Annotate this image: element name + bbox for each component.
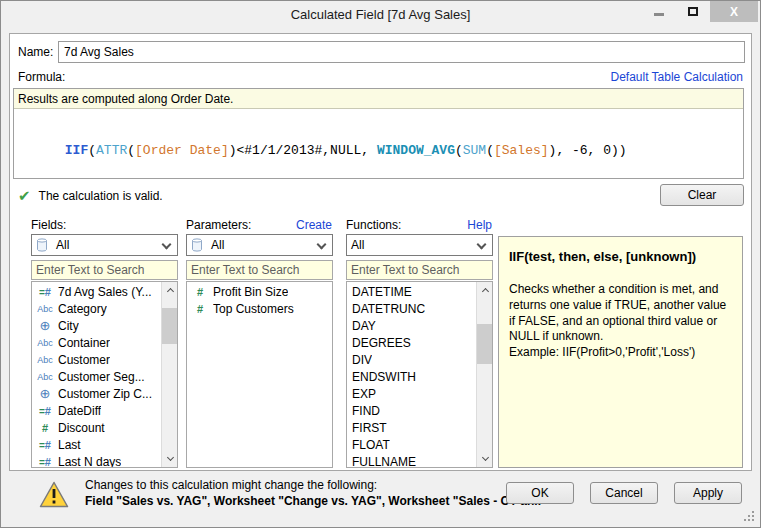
lists-area: Fields: All Enter Text to Search <box>10 216 751 468</box>
warning-text: Changes to this calculation might change… <box>85 478 490 508</box>
formula-text[interactable]: IIF(ATTR([Order Date])<#1/1/2013#,NULL, … <box>14 109 743 162</box>
field-list-item[interactable]: Customer Zip C... <box>32 385 160 402</box>
function-label: DEGREES <box>352 336 411 350</box>
close-icon: X <box>730 5 738 19</box>
field-list-item[interactable]: 7d Avg Sales (Y... <box>32 283 160 300</box>
maximize-button[interactable] <box>676 1 710 22</box>
formula-token: )<#1/1/2013#,NULL, <box>229 143 377 158</box>
function-label: DIV <box>352 353 372 367</box>
formula-token: [Sales] <box>494 143 549 158</box>
fields-label: Fields: <box>31 218 66 232</box>
database-icon <box>191 238 203 252</box>
minimize-button[interactable] <box>642 1 676 22</box>
field-label: 7d Avg Sales (Y... <box>58 285 152 299</box>
function-list-item[interactable]: ENDSWITH <box>347 368 475 385</box>
ok-button[interactable]: OK <box>506 482 574 504</box>
function-list-item[interactable]: DIV <box>347 351 475 368</box>
functions-scrollbar[interactable] <box>476 282 492 467</box>
chevron-down-icon <box>477 240 487 250</box>
field-label: Last <box>58 438 81 452</box>
fields-filter-dropdown[interactable]: All <box>31 234 178 256</box>
field-type-icon <box>32 286 58 298</box>
fields-list: 7d Avg Sales (Y... Category City <box>31 281 178 468</box>
function-list-item[interactable]: EXP <box>347 385 475 402</box>
parameters-label: Parameters: <box>186 218 251 232</box>
field-type-icon <box>32 337 58 348</box>
field-list-item[interactable]: Discount <box>32 419 160 436</box>
field-list-item[interactable]: DateDiff <box>32 402 160 419</box>
functions-filter-dropdown[interactable]: All <box>346 234 493 256</box>
field-list-item[interactable]: Last <box>32 436 160 453</box>
field-list-item[interactable]: City <box>32 317 160 334</box>
warning-line-2: Field "Sales vs. YAG", Worksheet "Change… <box>85 494 490 508</box>
field-list-item[interactable]: Last N days <box>32 453 160 468</box>
formula-token: ATTR <box>96 143 127 158</box>
create-parameter-link[interactable]: Create <box>296 218 332 232</box>
function-list-item[interactable]: DEGREES <box>347 334 475 351</box>
field-list-item[interactable]: Category <box>32 300 160 317</box>
functions-filter-value: All <box>351 238 364 252</box>
function-list-item[interactable]: FIRST <box>347 419 475 436</box>
functions-column: Functions: Help All Enter Text to Search <box>346 216 493 468</box>
parameters-header: Parameters: Create <box>186 216 333 234</box>
help-link[interactable]: Help <box>467 218 492 232</box>
function-label: FLOAT <box>352 438 390 452</box>
apply-button[interactable]: Apply <box>674 482 742 504</box>
parameters-filter-dropdown[interactable]: All <box>186 234 333 256</box>
scroll-up-icon[interactable] <box>477 282 493 298</box>
formula-row: Formula: Default Table Calculation <box>18 70 743 86</box>
function-list-item[interactable]: FIND <box>347 402 475 419</box>
formula-editor[interactable]: Results are computed along Order Date. I… <box>13 88 744 179</box>
scroll-down-icon[interactable] <box>162 451 178 467</box>
field-label: DateDiff <box>58 404 101 418</box>
field-list-item[interactable]: Customer <box>32 351 160 368</box>
parameter-type-icon <box>187 303 213 315</box>
scrollbar-thumb[interactable] <box>162 308 178 344</box>
database-icon <box>36 238 48 252</box>
fields-search-input[interactable]: Enter Text to Search <box>31 260 178 280</box>
default-table-calculation-link[interactable]: Default Table Calculation <box>610 70 743 84</box>
field-type-icon <box>32 422 58 434</box>
cancel-button[interactable]: Cancel <box>590 482 658 504</box>
parameters-filter-value: All <box>211 238 224 252</box>
parameter-list-item[interactable]: Top Customers <box>187 300 332 317</box>
parameter-label: Profit Bin Size <box>213 285 288 299</box>
function-list-item[interactable]: FLOAT <box>347 436 475 453</box>
scrollbar-thumb[interactable] <box>477 324 493 364</box>
field-type-icon <box>32 303 58 314</box>
parameter-list-item[interactable]: Profit Bin Size <box>187 283 332 300</box>
function-list-item[interactable]: FULLNAME <box>347 453 475 468</box>
field-list-item[interactable]: Container <box>32 334 160 351</box>
parameter-type-icon <box>187 286 213 298</box>
function-label: ENDSWITH <box>352 370 416 384</box>
function-label: FIRST <box>352 421 387 435</box>
functions-search-input[interactable]: Enter Text to Search <box>346 260 493 280</box>
formula-token: ( <box>127 143 135 158</box>
scroll-up-icon[interactable] <box>162 282 178 298</box>
scroll-down-icon[interactable] <box>477 451 493 467</box>
field-label: Customer Zip C... <box>58 387 152 401</box>
field-type-icon <box>32 318 58 333</box>
clear-button[interactable]: Clear <box>660 184 744 206</box>
validation-message: The calculation is valid. <box>39 189 163 203</box>
parameters-search-input[interactable]: Enter Text to Search <box>186 260 333 280</box>
field-label: Category <box>58 302 107 316</box>
warning-line-1: Changes to this calculation might change… <box>85 478 490 492</box>
field-list-item[interactable]: Customer Seg... <box>32 368 160 385</box>
function-description-panel: IIF(test, then, else, [unknown]) Checks … <box>498 236 743 468</box>
formula-token: [Order Date] <box>135 143 229 158</box>
chevron-down-icon <box>162 240 172 250</box>
function-list-item[interactable]: DATETIME <box>347 283 475 300</box>
function-list-item[interactable]: DATETRUNC <box>347 300 475 317</box>
fields-scrollbar[interactable] <box>161 282 177 467</box>
close-button[interactable]: X <box>710 1 758 22</box>
function-label: EXP <box>352 387 376 401</box>
function-list-item[interactable]: DAY <box>347 317 475 334</box>
field-type-icon <box>32 386 58 401</box>
name-input[interactable] <box>58 41 745 63</box>
field-label: City <box>58 319 79 333</box>
field-type-icon <box>32 371 58 382</box>
parameters-search-placeholder: Enter Text to Search <box>191 263 300 277</box>
function-label: DATETRUNC <box>352 302 425 316</box>
resize-grip-icon[interactable] <box>744 511 754 521</box>
